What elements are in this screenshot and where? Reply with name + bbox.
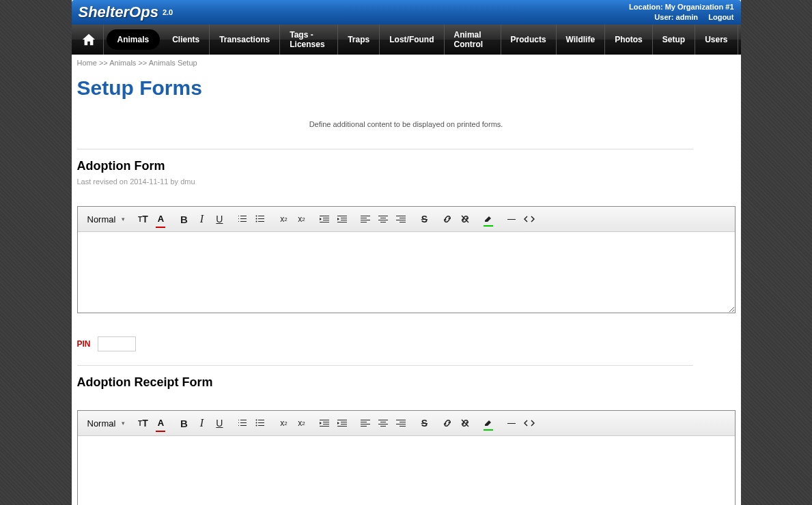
bold-icon[interactable]: B (176, 415, 192, 431)
link-icon[interactable] (439, 415, 456, 431)
adoption-form-section: Adoption Form Last revised on 2014-11-11… (72, 155, 741, 313)
nav-products[interactable]: Products (501, 25, 557, 55)
format-select[interactable]: Normal (83, 213, 128, 226)
italic-icon[interactable]: I (193, 415, 210, 431)
nav-traps[interactable]: Traps (338, 25, 380, 55)
unlink-icon[interactable] (457, 211, 473, 227)
superscript-icon[interactable]: x2 (293, 211, 309, 227)
superscript-icon[interactable]: x2 (293, 415, 309, 431)
adoption-editor-content[interactable] (78, 232, 735, 313)
outdent-icon[interactable] (316, 211, 333, 227)
nav-animal-control[interactable]: Animal Control (445, 25, 501, 55)
underline-icon[interactable]: U (211, 415, 227, 431)
nav-clients[interactable]: Clients (163, 25, 210, 55)
pin-row: PIN (72, 327, 741, 365)
pin-label: PIN (77, 339, 91, 349)
highlight-icon[interactable] (480, 419, 496, 427)
breadcrumb: Home >> Animals >> Animals Setup (72, 55, 741, 71)
subscript-icon[interactable]: x2 (275, 211, 292, 227)
hr-icon[interactable] (503, 415, 520, 431)
user-link[interactable]: admin (676, 13, 698, 21)
subscript-icon[interactable]: x2 (275, 415, 292, 431)
ordered-list-icon[interactable] (234, 211, 251, 227)
page-title: Setup Forms (72, 71, 741, 113)
align-right-icon[interactable] (393, 211, 409, 227)
divider (77, 149, 693, 149)
align-left-icon[interactable] (357, 211, 374, 227)
align-center-icon[interactable] (375, 415, 391, 431)
breadcrumb-animals-setup[interactable]: Animals Setup (149, 59, 197, 67)
receipt-editor: Normal TT A B I U x2 x2 (77, 410, 736, 505)
format-select[interactable]: Normal (83, 417, 128, 430)
indent-icon[interactable] (334, 415, 350, 431)
logo-text: ShelterOps (79, 3, 158, 21)
nav-home-icon[interactable] (74, 25, 104, 55)
nav-photos[interactable]: Photos (605, 25, 653, 55)
code-icon[interactable] (521, 211, 537, 227)
svg-point-4 (256, 422, 257, 424)
svg-point-3 (256, 420, 257, 421)
svg-point-1 (256, 218, 257, 220)
fontsize-icon[interactable]: TT (135, 415, 151, 431)
header-right: Location: My Organization #1 User: admin… (629, 2, 733, 23)
hr-icon[interactable] (503, 211, 520, 227)
link-icon[interactable] (439, 211, 456, 227)
breadcrumb-animals[interactable]: Animals (109, 59, 136, 67)
unlink-icon[interactable] (457, 415, 473, 431)
nav-lost-found[interactable]: Lost/Found (380, 25, 444, 55)
nav-wildlife[interactable]: Wildlife (557, 25, 606, 55)
adoption-form-revised: Last revised on 2014-11-11 by dmu (77, 177, 736, 206)
svg-point-2 (256, 221, 257, 222)
unordered-list-icon[interactable] (252, 211, 268, 227)
receipt-form-section: Adoption Receipt Form Normal TT A B I U … (72, 371, 741, 505)
nav-bar: Animals Clients Transactions Tags - Lice… (72, 25, 741, 55)
nav-users[interactable]: Users (695, 25, 738, 55)
underline-icon[interactable]: U (211, 211, 227, 227)
location-label: Location: (629, 3, 663, 11)
pin-input[interactable] (98, 336, 136, 351)
user-label: User: (654, 13, 673, 21)
header-bar: ShelterOps 2.0 Location: My Organization… (72, 0, 741, 25)
nav-tags-licenses[interactable]: Tags - Licenses (280, 25, 338, 55)
receipt-form-heading: Adoption Receipt Form (77, 371, 736, 410)
logo-version: 2.0 (163, 8, 173, 16)
editor-toolbar-2: Normal TT A B I U x2 x2 (78, 411, 735, 436)
adoption-editor: Normal TT A B I U x2 x2 (77, 206, 736, 313)
italic-icon[interactable]: I (193, 211, 210, 227)
fontsize-icon[interactable]: TT (135, 211, 151, 227)
highlight-icon[interactable] (480, 215, 496, 223)
receipt-editor-content[interactable] (78, 436, 735, 505)
logo: ShelterOps 2.0 (79, 3, 173, 21)
unordered-list-icon[interactable] (252, 415, 268, 431)
divider (77, 365, 693, 366)
ordered-list-icon[interactable] (234, 415, 251, 431)
fontcolor-icon[interactable]: A (152, 214, 169, 225)
breadcrumb-home[interactable]: Home (77, 59, 97, 67)
svg-point-0 (256, 216, 257, 217)
bold-icon[interactable]: B (176, 211, 192, 227)
nav-animals[interactable]: Animals (107, 29, 160, 50)
nav-setup[interactable]: Setup (653, 25, 695, 55)
editor-toolbar: Normal TT A B I U x2 x2 (78, 207, 735, 232)
fontcolor-icon[interactable]: A (152, 418, 169, 429)
align-right-icon[interactable] (393, 415, 409, 431)
align-center-icon[interactable] (375, 211, 391, 227)
indent-icon[interactable] (334, 211, 350, 227)
code-icon[interactable] (521, 415, 537, 431)
page-subtitle: Define additional content to be displaye… (72, 113, 741, 149)
outdent-icon[interactable] (316, 415, 333, 431)
logout-link[interactable]: Logout (708, 13, 733, 21)
strikethrough-icon[interactable]: S (416, 415, 432, 431)
adoption-form-heading: Adoption Form (77, 155, 736, 177)
location-link[interactable]: My Organization #1 (665, 3, 734, 11)
svg-point-5 (256, 425, 257, 427)
nav-transactions[interactable]: Transactions (210, 25, 280, 55)
strikethrough-icon[interactable]: S (416, 211, 432, 227)
align-left-icon[interactable] (357, 415, 374, 431)
